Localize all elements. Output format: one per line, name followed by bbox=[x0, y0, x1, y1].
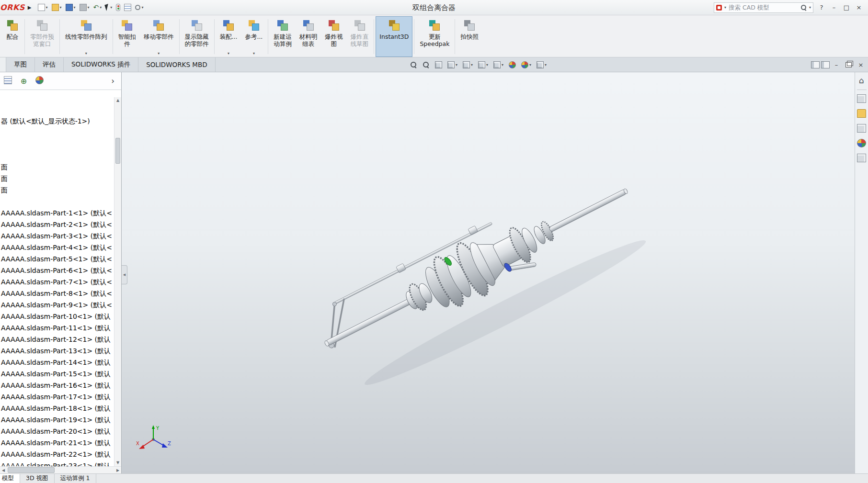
instant3d-button[interactable]: Instant3D bbox=[376, 16, 412, 57]
tree-row[interactable]: AAAAA.sldasm-Part-17<1> (默认 bbox=[0, 391, 114, 403]
tree-row[interactable]: AAAAA.sldasm-Part-4<1> (默认< bbox=[0, 242, 114, 253]
view-orientation-dropdown[interactable]: ▾ bbox=[471, 63, 473, 67]
tree-vertical-scrollbar[interactable]: ▲ ▼ bbox=[114, 97, 121, 466]
tab-3d-views[interactable]: 3D 视图 bbox=[20, 474, 55, 483]
horizontal-scroll-thumb[interactable] bbox=[8, 467, 55, 473]
tab-model[interactable]: 模型 bbox=[0, 474, 20, 483]
save-button[interactable]: ▾ bbox=[64, 3, 77, 12]
tree-row[interactable]: AAAAA.sldasm-Part-18<1> (默认 bbox=[0, 403, 114, 414]
section-view-dropdown[interactable]: ▾ bbox=[456, 63, 457, 67]
move-component-dropdown[interactable]: ▾ bbox=[158, 51, 160, 56]
input-shaft[interactable] bbox=[324, 297, 414, 347]
update-speedpak-button[interactable]: 更新 Speedpak bbox=[416, 16, 453, 57]
tree-row[interactable]: AAAAA.sldasm-Part-15<1> (默认 bbox=[0, 368, 114, 380]
close-button[interactable]: × bbox=[853, 1, 865, 14]
move-component-button[interactable]: 移动零部件▾ bbox=[140, 16, 178, 57]
graphics-viewport[interactable]: Y X Z ◀ bbox=[122, 72, 855, 473]
displaymanager-tab[interactable] bbox=[35, 76, 44, 86]
search-scope-dropdown[interactable]: ▾ bbox=[724, 5, 726, 10]
panel-expand-chevron[interactable]: › bbox=[111, 76, 117, 86]
help-button[interactable]: ? bbox=[815, 1, 828, 14]
print-button[interactable]: ▾ bbox=[78, 3, 91, 12]
tree-row[interactable]: AAAAA.sldasm-Part-19<1> (默认 bbox=[0, 414, 114, 426]
take-snapshot-button[interactable]: 拍快照 bbox=[457, 16, 482, 57]
smart-fasteners-button[interactable]: 智能扣 件 bbox=[114, 16, 140, 57]
save-dropdown[interactable]: ▾ bbox=[74, 5, 76, 10]
tree-row[interactable]: 面 bbox=[0, 161, 114, 173]
new-document-button[interactable]: ▾ bbox=[36, 3, 49, 12]
linear-component-pattern-dropdown[interactable]: ▾ bbox=[85, 51, 87, 56]
view-settings-dropdown[interactable]: ▾ bbox=[545, 63, 547, 67]
edit-appearance-button[interactable] bbox=[509, 61, 516, 68]
file-properties-button[interactable] bbox=[123, 3, 133, 12]
tab-solidworks-mbd[interactable]: SOLIDWORKS MBD bbox=[138, 57, 215, 72]
display-style-dropdown[interactable]: ▾ bbox=[486, 63, 488, 67]
minimize-button[interactable]: – bbox=[828, 1, 840, 14]
vertical-scroll-thumb[interactable] bbox=[115, 138, 120, 164]
options-dropdown[interactable]: ▾ bbox=[141, 5, 143, 10]
doc-minimize-button[interactable]: – bbox=[831, 61, 842, 68]
print-dropdown[interactable]: ▾ bbox=[88, 5, 90, 10]
tree-row[interactable]: AAAAA.sldasm-Part-22<1> (默认 bbox=[0, 449, 114, 460]
new-motion-study-button[interactable]: 新建运 动算例 bbox=[270, 16, 296, 57]
tree-row[interactable]: AAAAA.sldasm-Part-20<1> (默认 bbox=[0, 426, 114, 437]
pivot-stub-shaft[interactable] bbox=[509, 262, 536, 270]
tree-row[interactable]: AAAAA.sldasm-Part-2<1> (默认< bbox=[0, 219, 114, 230]
scroll-right-icon[interactable]: ▶ bbox=[114, 468, 121, 472]
zoom-to-area-button[interactable] bbox=[423, 61, 430, 68]
undo-dropdown[interactable]: ▾ bbox=[100, 5, 102, 10]
options-button[interactable]: ▾ bbox=[134, 4, 145, 11]
scroll-down-icon[interactable]: ▼ bbox=[114, 460, 121, 466]
search-scope-icon[interactable] bbox=[716, 5, 722, 11]
view-orientation-button[interactable]: ▾ bbox=[463, 61, 473, 68]
tree-row[interactable]: 面 bbox=[0, 184, 114, 196]
reference-geometry-dropdown[interactable]: ▾ bbox=[253, 51, 255, 56]
tree-row[interactable]: AAAAA.sldasm-Part-1<1> (默认< bbox=[0, 207, 114, 219]
tab-sketch[interactable]: 草图 bbox=[6, 57, 35, 72]
doc-pane-right[interactable] bbox=[821, 61, 830, 68]
linear-component-pattern-button[interactable]: 线性零部件阵列▾ bbox=[61, 16, 111, 57]
undo-button[interactable]: ↶▾ bbox=[92, 3, 103, 12]
tree-row[interactable]: AAAAA.sldasm-Part-7<1> (默认< bbox=[0, 276, 114, 288]
design-library-button[interactable] bbox=[857, 94, 866, 105]
apply-scene-dropdown[interactable]: ▾ bbox=[529, 63, 531, 67]
featuremanager-tab[interactable] bbox=[4, 76, 12, 86]
bill-of-materials-button[interactable]: 材料明 细表 bbox=[296, 16, 321, 57]
tree-row[interactable]: AAAAA.sldasm-Part-9<1> (默认< bbox=[0, 299, 114, 311]
exploded-view-button[interactable]: 爆炸视 图 bbox=[321, 16, 347, 57]
output-shaft[interactable] bbox=[548, 188, 628, 232]
tree-row[interactable]: 面 bbox=[0, 173, 114, 184]
tree-row[interactable]: AAAAA.sldasm-Part-6<1> (默认< bbox=[0, 265, 114, 276]
tree-row[interactable]: AAAAA.sldasm-Part-16<1> (默认 bbox=[0, 380, 114, 391]
view-settings-button[interactable]: ▾ bbox=[537, 61, 547, 68]
tree-row[interactable]: AAAAA.sldasm-Part-11<1> (默认 bbox=[0, 322, 114, 334]
propertymanager-tab[interactable]: ⊕ bbox=[20, 77, 28, 86]
tree-row[interactable]: AAAAA.sldasm-Part-14<1> (默认 bbox=[0, 357, 114, 368]
file-explorer-button[interactable] bbox=[857, 109, 866, 120]
tree-row[interactable]: AAAAA.sldasm-Part-12<1> (默认 bbox=[0, 334, 114, 345]
hide-show-items-dropdown[interactable]: ▾ bbox=[502, 63, 503, 67]
tab-motion-study-1[interactable]: 运动算例 1 bbox=[55, 474, 96, 483]
open-dropdown[interactable]: ▾ bbox=[60, 5, 62, 10]
solidworks-resources-button[interactable]: ⌂ bbox=[857, 76, 866, 85]
doc-close-button[interactable]: × bbox=[856, 61, 866, 68]
assembly-features-button[interactable]: 装配...▾ bbox=[216, 16, 241, 57]
tree-row[interactable]: AAAAA.sldasm-Part-21<1> (默认 bbox=[0, 437, 114, 449]
scroll-up-icon[interactable]: ▲ bbox=[114, 97, 121, 104]
maximize-button[interactable]: □ bbox=[840, 1, 853, 14]
tree-row[interactable]: AAAAA.sldasm-Part-5<1> (默认< bbox=[0, 253, 114, 265]
show-hidden-components-button[interactable]: 显示隐藏 的零部件 bbox=[181, 16, 213, 57]
tree-row[interactable]: AAAAA.sldasm-Part-3<1> (默认< bbox=[0, 230, 114, 242]
rebuild-button[interactable] bbox=[114, 3, 122, 12]
new-document-dropdown[interactable]: ▾ bbox=[46, 5, 48, 10]
search-box[interactable]: ▾ ▾ bbox=[714, 2, 813, 13]
doc-pane-left[interactable] bbox=[811, 61, 820, 68]
tree-horizontal-scrollbar[interactable]: ◀ ▶ bbox=[0, 466, 121, 473]
apply-scene-button[interactable]: ▾ bbox=[521, 61, 531, 68]
tab-evaluate[interactable]: 评估 bbox=[35, 57, 64, 72]
display-style-button[interactable]: ▾ bbox=[478, 61, 488, 68]
appearances-scenes-button[interactable] bbox=[857, 139, 866, 149]
tree-row[interactable]: AAAAA.sldasm-Part-13<1> (默认 bbox=[0, 345, 114, 357]
select-dropdown[interactable]: ▾ bbox=[110, 5, 112, 10]
previous-view-button[interactable] bbox=[435, 61, 442, 68]
